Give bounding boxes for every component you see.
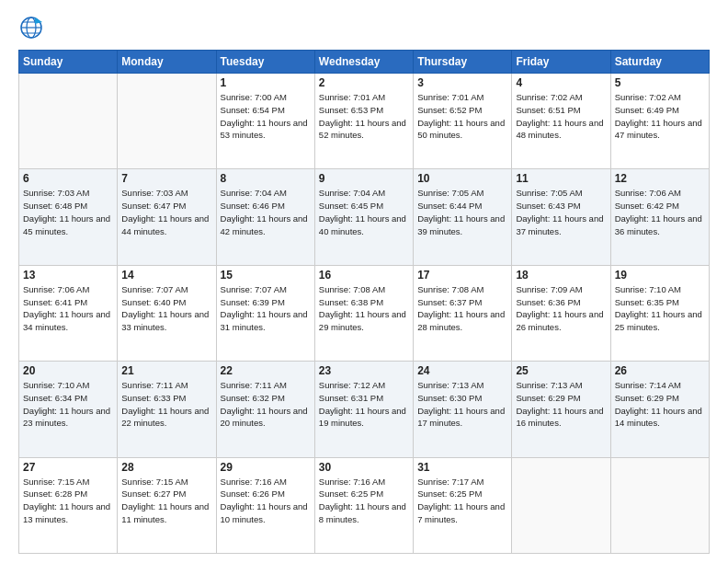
sunrise-text: Sunrise: 7:08 AM xyxy=(417,283,507,296)
calendar-cell xyxy=(512,457,610,553)
day-number: 18 xyxy=(516,269,606,282)
calendar-cell: 12Sunrise: 7:06 AMSunset: 6:42 PMDayligh… xyxy=(610,169,709,265)
day-number: 26 xyxy=(615,364,705,377)
day-info: Sunrise: 7:01 AMSunset: 6:52 PMDaylight:… xyxy=(417,91,507,142)
day-number: 15 xyxy=(221,269,311,282)
daylight-text: Daylight: 11 hours and 10 minutes. xyxy=(221,500,311,526)
daylight-text: Daylight: 11 hours and 7 minutes. xyxy=(417,500,507,526)
daylight-text: Daylight: 11 hours and 31 minutes. xyxy=(221,308,311,334)
sunrise-text: Sunrise: 7:07 AM xyxy=(121,283,211,296)
sunset-text: Sunset: 6:31 PM xyxy=(319,392,409,405)
sunset-text: Sunset: 6:41 PM xyxy=(23,296,113,309)
calendar-cell: 6Sunrise: 7:03 AMSunset: 6:48 PMDaylight… xyxy=(19,169,118,265)
weekday-header: Tuesday xyxy=(216,51,314,74)
daylight-text: Daylight: 11 hours and 47 minutes. xyxy=(615,117,705,143)
day-info: Sunrise: 7:04 AMSunset: 6:46 PMDaylight:… xyxy=(221,187,311,237)
calendar-cell xyxy=(118,74,216,169)
day-info: Sunrise: 7:07 AMSunset: 6:39 PMDaylight:… xyxy=(221,283,311,334)
calendar-cell: 8Sunrise: 7:04 AMSunset: 6:46 PMDaylight… xyxy=(216,169,314,265)
day-number: 8 xyxy=(221,172,311,185)
daylight-text: Daylight: 11 hours and 23 minutes. xyxy=(23,405,113,431)
sunrise-text: Sunrise: 7:11 AM xyxy=(121,379,211,392)
sunset-text: Sunset: 6:42 PM xyxy=(615,200,705,213)
day-info: Sunrise: 7:02 AMSunset: 6:49 PMDaylight:… xyxy=(615,91,705,142)
day-info: Sunrise: 7:01 AMSunset: 6:53 PMDaylight:… xyxy=(319,91,409,142)
daylight-text: Daylight: 11 hours and 34 minutes. xyxy=(23,308,113,334)
calendar-cell: 27Sunrise: 7:15 AMSunset: 6:28 PMDayligh… xyxy=(19,457,118,553)
sunrise-text: Sunrise: 7:12 AM xyxy=(319,379,409,392)
day-info: Sunrise: 7:02 AMSunset: 6:51 PMDaylight:… xyxy=(516,91,606,142)
daylight-text: Daylight: 11 hours and 39 minutes. xyxy=(417,213,507,238)
calendar-cell: 19Sunrise: 7:10 AMSunset: 6:35 PMDayligh… xyxy=(610,265,709,361)
sunrise-text: Sunrise: 7:06 AM xyxy=(615,187,705,200)
sunset-text: Sunset: 6:35 PM xyxy=(615,296,705,309)
sunset-text: Sunset: 6:33 PM xyxy=(121,392,211,405)
sunrise-text: Sunrise: 7:04 AM xyxy=(319,187,409,200)
day-number: 27 xyxy=(23,461,113,474)
calendar-header: SundayMondayTuesdayWednesdayThursdayFrid… xyxy=(19,51,710,74)
calendar-cell: 4Sunrise: 7:02 AMSunset: 6:51 PMDaylight… xyxy=(512,74,610,169)
calendar-cell: 22Sunrise: 7:11 AMSunset: 6:32 PMDayligh… xyxy=(216,362,314,457)
calendar-cell: 24Sunrise: 7:13 AMSunset: 6:30 PMDayligh… xyxy=(414,362,512,457)
calendar-cell: 18Sunrise: 7:09 AMSunset: 6:36 PMDayligh… xyxy=(512,265,610,361)
sunset-text: Sunset: 6:45 PM xyxy=(319,200,409,213)
day-number: 16 xyxy=(319,269,409,282)
weekday-row: SundayMondayTuesdayWednesdayThursdayFrid… xyxy=(19,51,710,74)
daylight-text: Daylight: 11 hours and 45 minutes. xyxy=(23,213,113,238)
day-number: 2 xyxy=(319,76,409,89)
day-info: Sunrise: 7:08 AMSunset: 6:38 PMDaylight:… xyxy=(319,283,409,334)
calendar-cell: 25Sunrise: 7:13 AMSunset: 6:29 PMDayligh… xyxy=(512,362,610,457)
day-number: 5 xyxy=(615,76,705,89)
calendar-cell: 28Sunrise: 7:15 AMSunset: 6:27 PMDayligh… xyxy=(118,457,216,553)
weekday-header: Friday xyxy=(512,51,610,74)
day-number: 9 xyxy=(319,172,409,185)
daylight-text: Daylight: 11 hours and 28 minutes. xyxy=(417,308,507,334)
day-info: Sunrise: 7:03 AMSunset: 6:47 PMDaylight:… xyxy=(121,187,211,237)
sunset-text: Sunset: 6:54 PM xyxy=(221,104,311,117)
sunset-text: Sunset: 6:28 PM xyxy=(23,488,113,500)
sunrise-text: Sunrise: 7:08 AM xyxy=(319,283,409,296)
daylight-text: Daylight: 11 hours and 52 minutes. xyxy=(319,117,409,143)
calendar-week-row: 6Sunrise: 7:03 AMSunset: 6:48 PMDaylight… xyxy=(19,169,710,265)
day-info: Sunrise: 7:16 AMSunset: 6:26 PMDaylight:… xyxy=(221,476,311,526)
day-number: 19 xyxy=(615,269,705,282)
calendar-cell: 31Sunrise: 7:17 AMSunset: 6:25 PMDayligh… xyxy=(414,457,512,553)
sunset-text: Sunset: 6:51 PM xyxy=(516,104,606,117)
day-number: 13 xyxy=(23,269,113,282)
sunset-text: Sunset: 6:32 PM xyxy=(221,392,311,405)
day-number: 6 xyxy=(23,172,113,185)
calendar-cell xyxy=(19,74,118,169)
calendar-cell: 7Sunrise: 7:03 AMSunset: 6:47 PMDaylight… xyxy=(118,169,216,265)
sunrise-text: Sunrise: 7:15 AM xyxy=(121,476,211,488)
calendar-cell: 21Sunrise: 7:11 AMSunset: 6:33 PMDayligh… xyxy=(118,362,216,457)
day-info: Sunrise: 7:12 AMSunset: 6:31 PMDaylight:… xyxy=(319,379,409,430)
day-info: Sunrise: 7:14 AMSunset: 6:29 PMDaylight:… xyxy=(615,379,705,430)
day-number: 7 xyxy=(121,172,211,185)
day-info: Sunrise: 7:15 AMSunset: 6:27 PMDaylight:… xyxy=(121,476,211,526)
day-info: Sunrise: 7:09 AMSunset: 6:36 PMDaylight:… xyxy=(516,283,606,334)
day-info: Sunrise: 7:07 AMSunset: 6:40 PMDaylight:… xyxy=(121,283,211,334)
day-info: Sunrise: 7:17 AMSunset: 6:25 PMDaylight:… xyxy=(417,476,507,526)
day-info: Sunrise: 7:05 AMSunset: 6:43 PMDaylight:… xyxy=(516,187,606,237)
day-number: 30 xyxy=(319,461,409,474)
calendar-cell: 23Sunrise: 7:12 AMSunset: 6:31 PMDayligh… xyxy=(314,362,413,457)
day-number: 20 xyxy=(23,364,113,377)
page: SundayMondayTuesdayWednesdayThursdayFrid… xyxy=(0,0,728,563)
daylight-text: Daylight: 11 hours and 44 minutes. xyxy=(121,213,211,238)
day-number: 3 xyxy=(417,76,507,89)
calendar-body: 1Sunrise: 7:00 AMSunset: 6:54 PMDaylight… xyxy=(19,74,710,554)
daylight-text: Daylight: 11 hours and 50 minutes. xyxy=(417,117,507,143)
sunset-text: Sunset: 6:46 PM xyxy=(221,200,311,213)
sunrise-text: Sunrise: 7:03 AM xyxy=(23,187,113,200)
sunrise-text: Sunrise: 7:16 AM xyxy=(319,476,409,488)
calendar-cell: 1Sunrise: 7:00 AMSunset: 6:54 PMDaylight… xyxy=(216,74,314,169)
day-number: 4 xyxy=(516,76,606,89)
day-number: 1 xyxy=(221,76,311,89)
day-number: 23 xyxy=(319,364,409,377)
daylight-text: Daylight: 11 hours and 8 minutes. xyxy=(319,500,409,526)
sunset-text: Sunset: 6:25 PM xyxy=(417,488,507,500)
calendar-week-row: 1Sunrise: 7:00 AMSunset: 6:54 PMDaylight… xyxy=(19,74,710,169)
sunset-text: Sunset: 6:29 PM xyxy=(615,392,705,405)
sunrise-text: Sunrise: 7:09 AM xyxy=(516,283,606,296)
calendar-cell xyxy=(610,457,709,553)
